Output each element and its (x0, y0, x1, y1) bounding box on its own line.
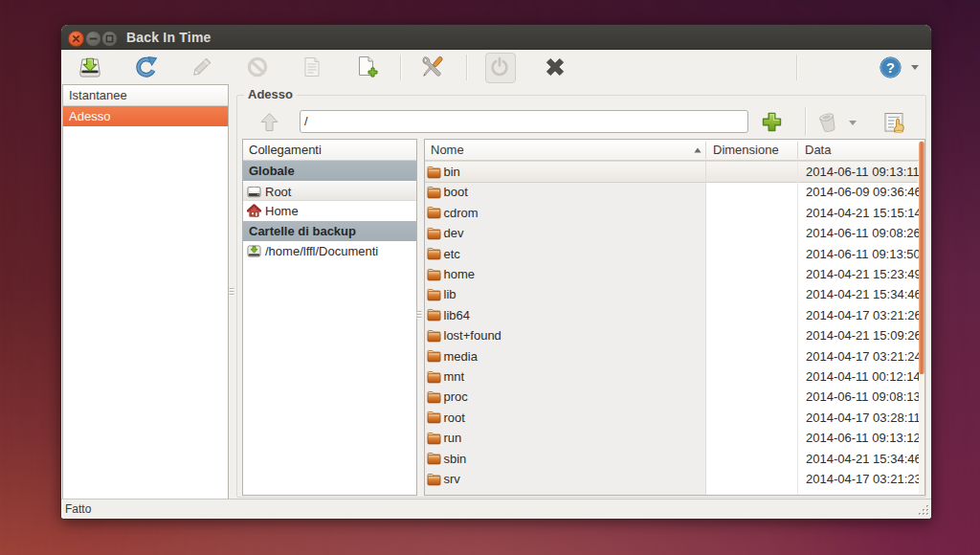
svg-text:?: ? (886, 60, 895, 76)
